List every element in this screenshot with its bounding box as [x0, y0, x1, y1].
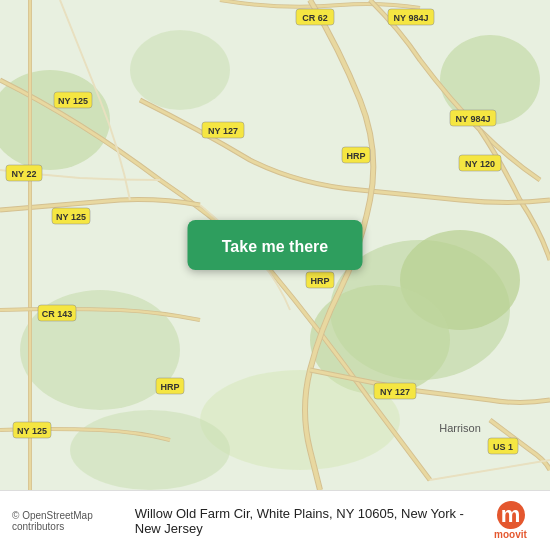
address-text: Willow Old Farm Cir, White Plains, NY 10…	[135, 506, 473, 536]
svg-point-6	[130, 30, 230, 110]
svg-point-9	[70, 410, 230, 490]
svg-text:NY 120: NY 120	[465, 159, 495, 169]
svg-text:CR 62: CR 62	[302, 13, 328, 23]
map-container: CR 62 NY 984J NY 125 NY 127 HRP NY 984J …	[0, 0, 550, 490]
svg-text:HRP: HRP	[346, 151, 365, 161]
svg-text:NY 127: NY 127	[208, 126, 238, 136]
bottom-bar: © OpenStreetMap contributors Willow Old …	[0, 490, 550, 550]
svg-text:NY 125: NY 125	[56, 212, 86, 222]
moovit-logo: m moovit	[483, 501, 538, 540]
svg-point-8	[200, 370, 400, 470]
moovit-icon: m	[497, 501, 525, 529]
svg-text:NY 984J: NY 984J	[456, 114, 491, 124]
svg-text:CR 143: CR 143	[42, 309, 73, 319]
svg-text:NY 125: NY 125	[17, 426, 47, 436]
osm-attribution: © OpenStreetMap contributors	[12, 510, 125, 532]
svg-text:Harrison: Harrison	[439, 422, 481, 434]
take-me-there-button[interactable]: Take me there	[188, 220, 363, 270]
svg-text:NY 22: NY 22	[12, 169, 37, 179]
svg-text:HRP: HRP	[160, 382, 179, 392]
svg-text:HRP: HRP	[310, 276, 329, 286]
svg-text:NY 984J: NY 984J	[394, 13, 429, 23]
svg-text:NY 125: NY 125	[58, 96, 88, 106]
svg-text:US 1: US 1	[493, 442, 513, 452]
svg-text:NY 127: NY 127	[380, 387, 410, 397]
